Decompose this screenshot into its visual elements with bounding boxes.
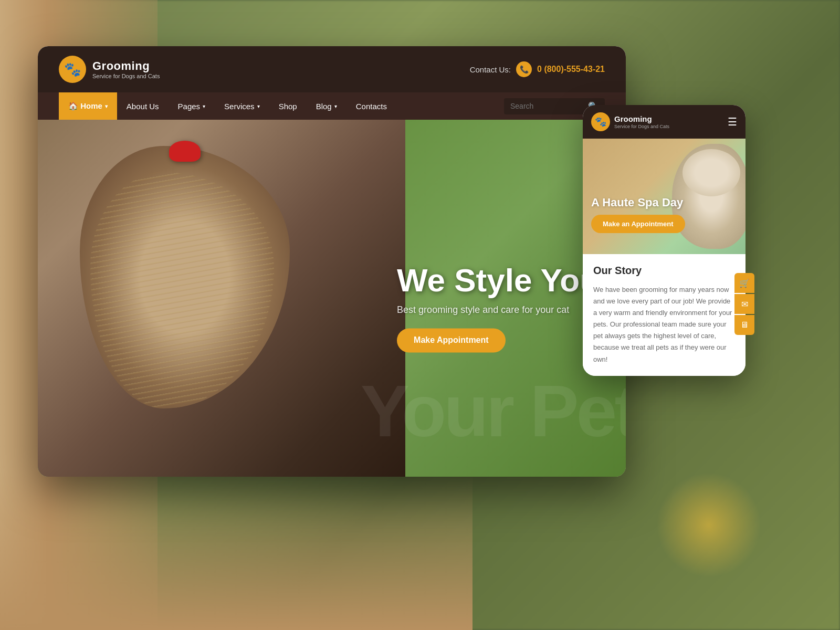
phone-icon: 📞 [516,61,532,77]
floating-icons-panel: 🛒 ✉ 🖥 [734,273,754,335]
mobile-logo-title: Grooming [614,114,652,123]
hero-content: We Style You Best grooming style and car… [397,262,600,352]
floating-email-icon[interactable]: ✉ [734,294,754,314]
nav-item-home[interactable]: 🏠 Home ▾ [59,92,117,120]
logo-title: Grooming [92,59,160,73]
site-header: 🐾 Grooming Service for Dogs and Cats Con… [38,46,626,92]
nav-item-services[interactable]: Services ▾ [215,92,269,120]
hero-bow [169,141,201,162]
mobile-hero-content: A Haute Spa Day Make an Appointment [591,196,685,233]
nav-item-contacts[interactable]: Contacts [346,92,396,120]
mobile-logo-subtitle: Service for Dogs and Cats [614,124,669,129]
bg-bokeh [656,472,761,578]
bg-hair-bottom [0,472,472,630]
nav-item-shop[interactable]: Shop [269,92,307,120]
desktop-browser-card: 🐾 Grooming Service for Dogs and Cats Con… [38,46,626,477]
mobile-appointment-button[interactable]: Make an Appointment [591,215,685,233]
mobile-logo-text-area: Grooming Service for Dogs and Cats [614,114,669,129]
mobile-logo-icon: 🐾 [591,112,610,131]
story-text: We have been grooming for many years now… [593,284,735,365]
site-nav: 🏠 Home ▾ About Us Pages ▾ Services ▾ Sho… [38,92,626,120]
mobile-header: 🐾 Grooming Service for Dogs and Cats ☰ [583,105,746,139]
mobile-logo: 🐾 Grooming Service for Dogs and Cats [591,112,669,131]
logo-paw-icon: 🐾 [59,56,86,83]
mobile-hero-title: A Haute Spa Day [591,196,685,209]
logo-area: 🐾 Grooming Service for Dogs and Cats [59,56,160,83]
mobile-hero-section: A Haute Spa Day Make an Appointment [583,139,746,254]
logo-subtitle: Service for Dogs and Cats [92,73,160,79]
logo-text: Grooming Service for Dogs and Cats [92,59,160,79]
nav-item-about[interactable]: About Us [117,92,169,120]
hero-cta-button[interactable]: Make Appointment [397,329,506,353]
phone-number: 0 (800)-555-43-21 [537,65,605,74]
nav-item-pages[interactable]: Pages ▾ [169,92,215,120]
floating-cart-icon[interactable]: 🛒 [734,273,754,293]
search-input[interactable] [510,102,584,110]
nav-item-blog[interactable]: Blog ▾ [307,92,346,120]
contact-label: Contact Us: [470,65,511,74]
hero-section: We Style You Best grooming style and car… [38,120,626,477]
hamburger-menu-icon[interactable]: ☰ [728,116,737,128]
floating-screen-icon[interactable]: 🖥 [734,315,754,335]
mobile-browser-card: 🐾 Grooming Service for Dogs and Cats ☰ A… [583,105,746,376]
hero-subtitle: Best grooming style and care for your ca… [397,305,600,316]
contact-area: Contact Us: 📞 0 (800)-555-43-21 [470,61,605,77]
mobile-story-section: Our Story We have been grooming for many… [583,254,746,376]
hero-dog-image [38,120,405,477]
hero-watermark: Your Pet [361,369,626,454]
hero-title: We Style You [397,262,600,298]
story-title: Our Story [593,265,735,277]
